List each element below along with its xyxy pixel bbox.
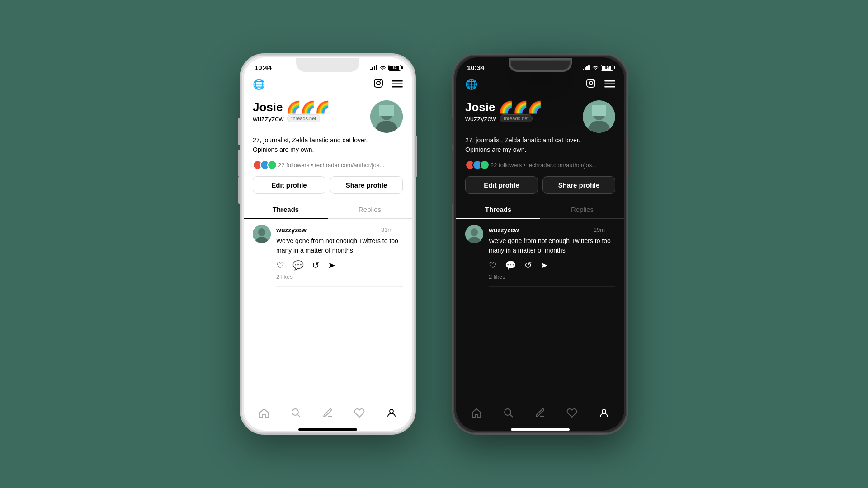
post-more-dark[interactable]: ··· [609, 225, 615, 235]
svg-line-20 [297, 415, 300, 418]
nav-home-dark[interactable] [467, 406, 486, 423]
post-username-light: wuzzyzew [276, 226, 307, 234]
svg-rect-2 [374, 66, 375, 70]
post-content-dark: wuzzyzew 19m ··· We've gone from not eno… [489, 225, 615, 287]
profile-info-light: Josie 🌈🌈🌈 wuzzyzew threads.net [253, 100, 330, 127]
nav-compose-dark[interactable] [530, 406, 550, 423]
share-icon-dark[interactable]: ➤ [540, 260, 548, 271]
tab-threads-dark[interactable]: Threads [456, 201, 540, 219]
repost-icon-dark[interactable]: ↺ [524, 260, 532, 271]
tabs-light: Threads Replies [244, 201, 412, 219]
post-likes-dark: 2 likes [489, 273, 615, 287]
wifi-icon-dark [592, 65, 599, 70]
menu-icon-light[interactable] [392, 79, 403, 90]
comment-icon-light[interactable]: 💬 [292, 260, 304, 271]
svg-point-5 [377, 81, 380, 85]
like-icon-dark[interactable]: ♡ [489, 260, 497, 271]
menu-icon-dark[interactable] [604, 79, 615, 90]
status-icons-dark: 84 [583, 65, 613, 71]
nav-home-light[interactable] [254, 406, 274, 423]
threads-badge-dark: threads.net [500, 114, 533, 122]
svg-rect-30 [604, 84, 615, 85]
follower-avatars-dark [465, 160, 487, 170]
feed-light: wuzzyzew 31m ··· We've gone from not eno… [244, 219, 412, 399]
post-likes-light: 2 likes [276, 273, 403, 287]
svg-rect-36 [592, 105, 606, 116]
screen-dark: 10:34 84 🌐 [456, 57, 624, 431]
svg-rect-24 [586, 66, 588, 70]
globe-icon-dark[interactable]: 🌐 [465, 79, 477, 90]
post-more-light[interactable]: ··· [396, 225, 403, 235]
tab-threads-light[interactable]: Threads [244, 201, 328, 219]
top-nav-dark: 🌐 [456, 74, 624, 97]
svg-point-43 [602, 409, 606, 413]
status-icons-light: 81 [370, 65, 401, 71]
bio-dark: 27, journalist, Zelda fanatic and cat lo… [465, 136, 615, 155]
notch-light [296, 58, 359, 72]
action-buttons-dark: Edit profile Share profile [465, 176, 615, 194]
nav-heart-light[interactable] [349, 406, 369, 423]
svg-point-17 [258, 228, 265, 236]
phone-dark: 10:34 84 🌐 [452, 53, 628, 435]
nav-compose-light[interactable] [318, 406, 338, 423]
svg-rect-29 [604, 80, 615, 82]
phone-light: 10:44 81 🌐 [240, 53, 416, 435]
battery-level-light: 81 [393, 66, 397, 70]
profile-avatar-light [370, 100, 403, 133]
svg-rect-26 [587, 79, 595, 87]
profile-header-light: Josie 🌈🌈🌈 wuzzyzew threads.net [253, 100, 403, 133]
svg-point-21 [390, 409, 393, 413]
svg-rect-23 [585, 67, 586, 70]
nav-right-dark [585, 78, 615, 91]
instagram-icon-dark[interactable] [585, 78, 596, 91]
svg-rect-22 [583, 69, 584, 70]
like-icon-light[interactable]: ♡ [276, 260, 284, 271]
svg-point-6 [380, 80, 381, 81]
nav-profile-light[interactable] [382, 406, 401, 423]
post-text-light: We've gone from not enough Twitters to t… [276, 236, 403, 255]
profile-header-dark: Josie 🌈🌈🌈 wuzzyzew threads.net [465, 100, 615, 133]
nav-right-light [373, 78, 403, 91]
post-dark: wuzzyzew 19m ··· We've gone from not eno… [456, 219, 624, 287]
svg-rect-25 [588, 65, 590, 70]
share-profile-button-light[interactable]: Share profile [330, 176, 403, 194]
username-row-dark: wuzzyzew threads.net [465, 114, 542, 122]
nav-search-light[interactable] [286, 406, 306, 423]
follower-mini-3 [267, 160, 277, 170]
svg-rect-0 [370, 69, 372, 70]
nav-search-dark[interactable] [499, 406, 519, 423]
svg-point-39 [471, 228, 478, 236]
bottom-nav-dark [456, 399, 624, 427]
tab-replies-light[interactable]: Replies [328, 201, 412, 218]
battery-level-dark: 84 [605, 66, 609, 70]
edit-profile-button-light[interactable]: Edit profile [253, 176, 326, 194]
wifi-icon-light [379, 65, 387, 70]
nav-profile-dark[interactable] [594, 406, 614, 423]
repost-icon-light[interactable]: ↺ [312, 260, 320, 271]
tab-replies-dark[interactable]: Replies [540, 201, 624, 218]
edit-profile-button-dark[interactable]: Edit profile [465, 176, 538, 194]
share-profile-button-dark[interactable]: Share profile [542, 176, 615, 194]
share-icon-light[interactable]: ➤ [328, 260, 335, 271]
username-row-light: wuzzyzew threads.net [253, 114, 330, 122]
globe-icon-light[interactable]: 🌐 [253, 79, 265, 90]
post-actions-dark: ♡ 💬 ↺ ➤ [489, 260, 615, 271]
post-meta-light: 31m ··· [381, 225, 403, 235]
bottom-nav-light [244, 399, 412, 427]
instagram-icon-light[interactable] [373, 78, 384, 91]
svg-rect-8 [392, 84, 403, 85]
bio-line1-dark: 27, journalist, Zelda fanatic and cat lo… [465, 136, 580, 144]
nav-heart-dark[interactable] [562, 406, 582, 423]
post-header-dark: wuzzyzew 19m ··· [489, 225, 615, 235]
signal-icon-dark [583, 65, 590, 70]
bio-line2-dark: Opinions are my own. [465, 146, 526, 153]
svg-rect-14 [379, 105, 394, 116]
comment-icon-dark[interactable]: 💬 [505, 260, 516, 271]
home-bar-light [298, 428, 357, 431]
notch-dark [509, 58, 572, 72]
top-nav-light: 🌐 [244, 74, 412, 97]
post-username-dark: wuzzyzew [489, 226, 519, 234]
post-time-light: 31m [381, 226, 392, 233]
svg-line-42 [510, 415, 513, 418]
followers-row-light: 22 followers • techradar.com/author/jos.… [253, 160, 403, 170]
